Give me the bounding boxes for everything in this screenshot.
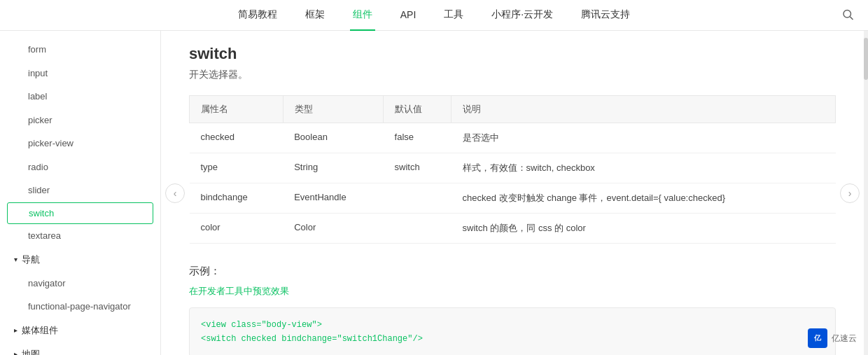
- sidebar-item-slider[interactable]: slider: [0, 179, 160, 202]
- attr-type: Color: [283, 214, 383, 244]
- svg-line-1: [850, 16, 853, 19]
- sidebar-section-media[interactable]: ▸ 媒体组件: [0, 319, 160, 342]
- attr-name: type: [190, 153, 284, 183]
- nav-miniprogram[interactable]: 小程序·云开发: [489, 0, 556, 31]
- table-header-default: 默认值: [384, 96, 451, 123]
- attr-desc: switch 的颜色，同 css 的 color: [451, 214, 836, 244]
- nav-tools[interactable]: 工具: [441, 0, 466, 31]
- table-row: color Color switch 的颜色，同 css 的 color: [190, 214, 836, 244]
- attr-type: String: [283, 153, 383, 183]
- page-subtitle: 开关选择器。: [189, 69, 836, 81]
- attr-default: false: [384, 123, 451, 153]
- right-scrollbar: [864, 31, 868, 355]
- attr-name: bindchange: [190, 183, 284, 214]
- attr-desc: checked 改变时触发 change 事件，event.detail={ v…: [451, 183, 836, 214]
- sidebar-item-switch[interactable]: switch: [7, 202, 153, 225]
- attr-name: checked: [190, 123, 284, 153]
- sidebar-item-picker[interactable]: picker: [0, 109, 160, 132]
- sidebar-item-label[interactable]: label: [0, 85, 160, 109]
- attr-desc: 样式，有效值：switch, checkbox: [451, 153, 836, 183]
- table-header-type: 类型: [283, 96, 383, 123]
- sidebar-section-map-label: 地图: [22, 348, 40, 356]
- sidebar: form input label picker picker-view radi…: [0, 31, 161, 355]
- bottom-logo: 亿 亿速云: [808, 328, 857, 348]
- nav-items-container: 简易教程 框架 组件 API 工具 小程序·云开发 腾讯云支持: [235, 0, 633, 31]
- nav-next-button[interactable]: ›: [840, 183, 860, 203]
- sidebar-item-functional-page-navigator[interactable]: functional-page-navigator: [0, 295, 160, 319]
- sidebar-section-media-label: 媒体组件: [22, 324, 58, 337]
- nav-framework[interactable]: 框架: [302, 0, 328, 31]
- attr-name: color: [190, 214, 284, 244]
- main-layout: form input label picker picker-view radi…: [0, 31, 868, 355]
- nav-components[interactable]: 组件: [350, 0, 375, 31]
- nav-prev-button[interactable]: ‹: [165, 183, 185, 203]
- attr-type: EventHandle: [283, 183, 383, 214]
- table-row: bindchange EventHandle checked 改变时触发 cha…: [190, 183, 836, 214]
- svg-point-0: [844, 10, 851, 18]
- attr-desc: 是否选中: [451, 123, 836, 153]
- sidebar-item-picker-view[interactable]: picker-view: [0, 132, 160, 155]
- sidebar-item-textarea[interactable]: textarea: [0, 224, 160, 248]
- code-line-2: <switch checked bindchange="switch1Chang…: [201, 334, 423, 344]
- code-line-1: <view class="body-view">: [201, 320, 322, 330]
- nav-api[interactable]: API: [398, 0, 419, 31]
- logo-icon: 亿: [808, 328, 827, 348]
- attr-type: Boolean: [283, 123, 383, 153]
- nav-tutorial[interactable]: 简易教程: [235, 0, 280, 31]
- table-header-desc: 说明: [451, 96, 836, 123]
- search-button[interactable]: [841, 8, 854, 22]
- table-header-attr: 属性名: [190, 96, 284, 123]
- sidebar-item-input[interactable]: input: [0, 62, 160, 85]
- sidebar-section-map[interactable]: ▸ 地图: [0, 342, 160, 356]
- attr-default: switch: [384, 153, 451, 183]
- sidebar-section-nav[interactable]: ▾ 导航: [0, 248, 160, 272]
- attr-default: [384, 214, 451, 244]
- sidebar-section-nav-label: 导航: [22, 253, 40, 266]
- preview-link[interactable]: 在开发者工具中预览效果: [189, 285, 289, 298]
- top-navigation: 简易教程 框架 组件 API 工具 小程序·云开发 腾讯云支持: [0, 0, 868, 31]
- code-block: <view class="body-view"> <switch checked…: [189, 307, 836, 355]
- chevron-right-icon2: ▸: [14, 350, 18, 355]
- attr-default: [384, 183, 451, 214]
- sidebar-item-radio[interactable]: radio: [0, 155, 160, 179]
- chevron-down-icon: ▾: [14, 256, 18, 263]
- content-area: ‹ switch 开关选择器。 属性名 类型 默认值 说明 checked Bo…: [161, 31, 864, 355]
- sidebar-item-navigator[interactable]: navigator: [0, 272, 160, 295]
- page-title: switch: [189, 45, 836, 63]
- nav-tencent[interactable]: 腾讯云支持: [578, 0, 633, 31]
- table-row: type String switch 样式，有效值：switch, checkb…: [190, 153, 836, 183]
- logo-text: 亿速云: [832, 333, 857, 344]
- chevron-right-icon: ▸: [14, 326, 18, 334]
- scrollbar-thumb[interactable]: [864, 38, 868, 80]
- sidebar-item-form[interactable]: form: [0, 38, 160, 62]
- example-label: 示例：: [189, 265, 836, 278]
- attributes-table: 属性名 类型 默认值 说明 checked Boolean false 是否选中…: [189, 95, 836, 244]
- table-row: checked Boolean false 是否选中: [190, 123, 836, 153]
